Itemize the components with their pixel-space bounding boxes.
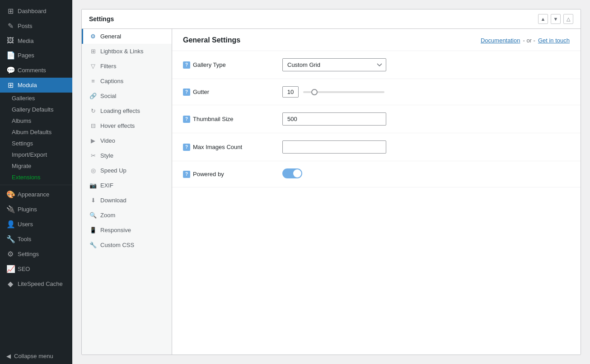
documentation-link[interactable]: Documentation <box>481 37 520 44</box>
nav-speed-up[interactable]: ◎ Speed Up <box>82 163 172 178</box>
nav-zoom-icon: 🔍 <box>89 212 97 219</box>
collapse-icon: ◀ <box>6 353 11 359</box>
sidebar-item-plugins[interactable]: 🔌 Plugins <box>0 202 72 217</box>
nav-zoom[interactable]: 🔍 Zoom <box>82 208 172 223</box>
sidebar-item-seo[interactable]: 📈 SEO <box>0 261 72 276</box>
settings-icon: ⚙ <box>6 250 14 258</box>
max-images-row: ? Max Images Count <box>172 133 581 161</box>
gutter-help[interactable]: ? <box>183 89 190 96</box>
nav-filters-icon: ▽ <box>89 63 97 70</box>
nav-captions[interactable]: ≡ Captions <box>82 74 172 89</box>
media-icon: 🖼 <box>6 37 14 45</box>
nav-video[interactable]: ▶ Video <box>82 133 172 148</box>
nav-style-icon: ✂ <box>89 152 97 159</box>
thumbnail-size-label: ? Thumbnail Size <box>183 116 282 123</box>
nav-social[interactable]: 🔗 Social <box>82 89 172 103</box>
sidebar-item-users[interactable]: 👤 Users <box>0 217 72 232</box>
settings-content: General Settings Documentation - or - Ge… <box>172 29 581 355</box>
gutter-control <box>282 86 570 98</box>
thumbnail-size-input[interactable] <box>282 112 386 126</box>
gutter-slider-thumb[interactable] <box>311 89 318 95</box>
submenu-extensions[interactable]: Extensions <box>0 172 72 183</box>
nav-lightbox[interactable]: ⊞ Lightbox & Links <box>82 44 172 59</box>
gutter-row: ? Gutter <box>172 79 581 105</box>
thumbnail-size-row: ? Thumbnail Size <box>172 105 581 133</box>
sidebar-item-tools[interactable]: 🔧 Tools <box>0 232 72 247</box>
gallery-type-select[interactable]: Custom Grid Masonry Slider Custom <box>282 58 386 71</box>
sidebar-item-appearance[interactable]: 🎨 Appearance <box>0 187 72 202</box>
get-in-touch-link[interactable]: Get in touch <box>538 37 570 44</box>
content-header: General Settings Documentation - or - Ge… <box>172 29 581 51</box>
gallery-type-help[interactable]: ? <box>183 61 190 69</box>
posts-icon: ✎ <box>6 22 14 30</box>
sidebar-item-media[interactable]: 🖼 Media <box>0 33 72 48</box>
sidebar-item-settings[interactable]: ⚙ Settings <box>0 247 72 261</box>
sidebar-item-pages[interactable]: 📄 Pages <box>0 48 72 63</box>
submenu-album-defaults[interactable]: Album Defaults <box>0 126 72 138</box>
users-icon: 👤 <box>6 220 14 229</box>
pages-icon: 📄 <box>6 51 14 60</box>
submenu-galleries[interactable]: Galleries <box>0 93 72 104</box>
nav-hover-icon: ⊟ <box>89 122 97 129</box>
powered-by-control <box>282 168 570 180</box>
nav-loading-effects[interactable]: ↻ Loading effects <box>82 103 172 118</box>
modula-icon: ⊞ <box>6 81 14 89</box>
powered-by-help[interactable]: ? <box>183 171 190 178</box>
nav-download[interactable]: ⬇ Download <box>82 193 172 208</box>
gutter-slider-track[interactable] <box>303 91 384 93</box>
settings-panel-title: Settings <box>89 15 114 23</box>
settings-body: ⚙ General ⊞ Lightbox & Links ▽ Filters ≡… <box>82 29 581 355</box>
content-title: General Settings <box>183 36 240 44</box>
comments-icon: 💬 <box>6 66 14 75</box>
expand-down-button[interactable]: ▼ <box>551 14 561 24</box>
submenu-migrate[interactable]: Migrate <box>0 160 72 172</box>
submenu-gallery-defaults[interactable]: Gallery Defaults <box>0 104 72 115</box>
submenu-albums[interactable]: Albums <box>0 115 72 126</box>
sidebar-item-litespeed[interactable]: ◆ LiteSpeed Cache <box>0 276 72 291</box>
settings-panel: Settings ▲ ▼ △ ⚙ General ⊞ Lightbox & Li… <box>81 9 581 355</box>
sidebar-header: ⊞ Dashboard ✎ Posts 🖼 Media 📄 Pages 💬 Co… <box>0 0 72 293</box>
modula-submenu: Galleries Gallery Defaults Albums Album … <box>0 93 72 183</box>
nav-style[interactable]: ✂ Style <box>82 148 172 163</box>
gutter-value-input[interactable] <box>282 86 299 98</box>
nav-general[interactable]: ⚙ General <box>82 29 172 44</box>
submenu-import-export[interactable]: Import/Export <box>0 149 72 160</box>
nav-download-icon: ⬇ <box>89 197 97 204</box>
sidebar-item-modula[interactable]: ⊞ Modula ◀ <box>0 78 72 93</box>
nav-general-icon: ⚙ <box>89 33 97 40</box>
expand-up-button[interactable]: ▲ <box>538 14 548 24</box>
nav-hover-effects[interactable]: ⊟ Hover effects <box>82 118 172 133</box>
nav-custom-css[interactable]: 🔧 Custom CSS <box>82 238 172 252</box>
toggle-knob <box>293 169 301 177</box>
content-links: Documentation - or - Get in touch <box>481 37 570 44</box>
nav-css-icon: 🔧 <box>89 242 97 248</box>
nav-video-icon: ▶ <box>89 137 97 144</box>
nav-responsive[interactable]: 📱 Responsive <box>82 223 172 238</box>
seo-icon: 📈 <box>6 265 14 273</box>
collapse-menu[interactable]: ◀ Collapse menu <box>0 348 72 364</box>
thumbnail-size-help[interactable]: ? <box>183 116 190 123</box>
gutter-label: ? Gutter <box>183 89 282 96</box>
nav-filters[interactable]: ▽ Filters <box>82 59 172 74</box>
litespeed-icon: ◆ <box>6 280 14 288</box>
sidebar-item-dashboard[interactable]: ⊞ Dashboard <box>0 4 72 19</box>
max-images-input[interactable] <box>282 140 386 154</box>
gallery-type-control: Custom Grid Masonry Slider Custom <box>282 58 570 71</box>
nav-exif[interactable]: 📷 EXIF <box>82 178 172 193</box>
nav-captions-icon: ≡ <box>89 78 97 84</box>
nav-exif-icon: 📷 <box>89 182 97 189</box>
expand-all-button[interactable]: △ <box>563 14 573 24</box>
submenu-settings[interactable]: Settings <box>0 138 72 149</box>
plugins-icon: 🔌 <box>6 205 14 214</box>
nav-speedup-icon: ◎ <box>89 167 97 174</box>
powered-by-label: ? Powered by <box>183 171 282 178</box>
settings-controls: ▲ ▼ △ <box>538 14 573 24</box>
powered-by-toggle[interactable] <box>282 168 302 178</box>
dashboard-icon: ⊞ <box>6 7 14 15</box>
sidebar-item-comments[interactable]: 💬 Comments <box>0 63 72 78</box>
nav-social-icon: 🔗 <box>89 93 97 99</box>
sidebar-item-posts[interactable]: ✎ Posts <box>0 19 72 33</box>
appearance-icon: 🎨 <box>6 190 14 199</box>
settings-nav: ⚙ General ⊞ Lightbox & Links ▽ Filters ≡… <box>82 29 172 355</box>
max-images-help[interactable]: ? <box>183 144 190 151</box>
